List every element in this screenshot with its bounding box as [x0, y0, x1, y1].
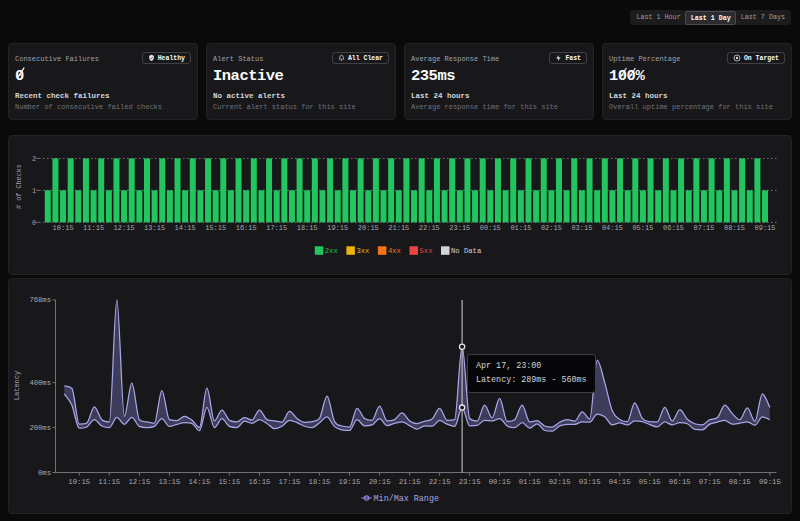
svg-text:18:15: 18:15	[309, 478, 331, 486]
svg-text:4xx: 4xx	[388, 247, 401, 255]
svg-text:01:15: 01:15	[519, 478, 541, 486]
svg-text:No Data: No Data	[451, 247, 482, 255]
svg-text:22:15: 22:15	[419, 224, 440, 232]
svg-text:23:15: 23:15	[449, 224, 470, 232]
svg-text:00:15: 00:15	[480, 224, 501, 232]
svg-text:21:15: 21:15	[388, 224, 409, 232]
svg-text:200ms: 200ms	[29, 424, 51, 432]
svg-text:12:15: 12:15	[114, 224, 135, 232]
svg-text:08:15: 08:15	[729, 478, 751, 486]
svg-text:0: 0	[32, 219, 36, 227]
svg-text:3xx: 3xx	[356, 247, 369, 255]
svg-text:Latency: Latency	[13, 371, 21, 400]
svg-text:13:15: 13:15	[144, 224, 165, 232]
svg-text:05:15: 05:15	[639, 478, 661, 486]
svg-text:0ms: 0ms	[38, 469, 51, 477]
svg-text:15:15: 15:15	[218, 478, 240, 486]
svg-text:16:15: 16:15	[236, 224, 257, 232]
svg-text:10:15: 10:15	[68, 478, 90, 486]
svg-text:08:15: 08:15	[724, 224, 745, 232]
svg-text:21:15: 21:15	[399, 478, 421, 486]
svg-text:12:15: 12:15	[128, 478, 150, 486]
svg-text:10:15: 10:15	[53, 224, 74, 232]
svg-text:1: 1	[32, 187, 36, 195]
svg-text:05:15: 05:15	[632, 224, 653, 232]
svg-text:06:15: 06:15	[663, 224, 684, 232]
svg-text:20:15: 20:15	[358, 224, 379, 232]
svg-text:07:15: 07:15	[693, 224, 714, 232]
svg-text:01:15: 01:15	[510, 224, 531, 232]
svg-text:14:15: 14:15	[188, 478, 210, 486]
svg-text:15:15: 15:15	[205, 224, 226, 232]
svg-text:5xx: 5xx	[420, 247, 433, 255]
svg-text:13:15: 13:15	[158, 478, 180, 486]
svg-text:22:15: 22:15	[429, 478, 451, 486]
svg-text:04:15: 04:15	[602, 224, 623, 232]
svg-text:19:15: 19:15	[339, 478, 361, 486]
svg-text:11:15: 11:15	[83, 224, 104, 232]
svg-text:11:15: 11:15	[98, 478, 120, 486]
svg-text:17:15: 17:15	[266, 224, 287, 232]
svg-text:2xx: 2xx	[325, 247, 338, 255]
svg-text:20:15: 20:15	[369, 478, 391, 486]
svg-text:06:15: 06:15	[669, 478, 691, 486]
svg-text:768ms: 768ms	[29, 296, 51, 304]
svg-text:16:15: 16:15	[249, 478, 271, 486]
svg-text:# of Checks: # of Checks	[15, 164, 23, 209]
svg-text:02:15: 02:15	[549, 478, 571, 486]
svg-text:23:15: 23:15	[459, 478, 481, 486]
svg-text:04:15: 04:15	[609, 478, 631, 486]
svg-text:14:15: 14:15	[175, 224, 196, 232]
svg-text:03:15: 03:15	[571, 224, 592, 232]
svg-text:2: 2	[32, 155, 36, 163]
svg-text:19:15: 19:15	[327, 224, 348, 232]
svg-text:09:15: 09:15	[754, 224, 775, 232]
svg-text:18:15: 18:15	[297, 224, 318, 232]
svg-text:17:15: 17:15	[279, 478, 301, 486]
svg-text:Min/Max Range: Min/Max Range	[374, 494, 439, 504]
svg-text:07:15: 07:15	[699, 478, 721, 486]
svg-text:00:15: 00:15	[489, 478, 511, 486]
svg-text:09:15: 09:15	[759, 478, 781, 486]
svg-text:02:15: 02:15	[541, 224, 562, 232]
svg-text:03:15: 03:15	[579, 478, 601, 486]
svg-text:400ms: 400ms	[29, 379, 51, 387]
